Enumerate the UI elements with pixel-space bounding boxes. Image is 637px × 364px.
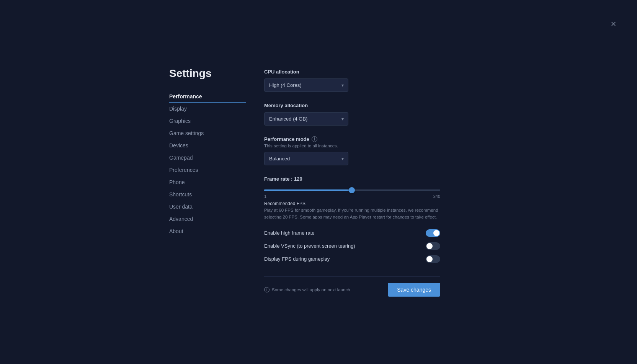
frame-rate-label: Frame rate : 120: [264, 176, 468, 182]
app-window: ✕ Settings Performance Display Graphics …: [0, 0, 637, 364]
fps-note-title: Recommended FPS: [264, 201, 468, 206]
toggle-label-display-fps: Display FPS during gameplay: [264, 256, 330, 262]
sidebar-item-phone[interactable]: Phone: [169, 176, 246, 188]
sidebar-item-advanced[interactable]: Advanced: [169, 213, 246, 225]
sidebar-item-display[interactable]: Display: [169, 103, 246, 115]
memory-allocation-select[interactable]: Low (1 GB) Medium (2 GB) Enhanced (4 GB)…: [264, 112, 348, 126]
footer-note: i Some changes will apply on next launch: [264, 287, 350, 292]
memory-allocation-section: Memory allocation Low (1 GB) Medium (2 G…: [264, 103, 468, 126]
sidebar-item-shortcuts[interactable]: Shortcuts: [169, 188, 246, 201]
performance-mode-select[interactable]: Power saving Balanced High performance: [264, 152, 348, 165]
main-content: CPU allocation Low (1 Core) Medium (2 Co…: [246, 67, 468, 297]
save-changes-button[interactable]: Save changes: [388, 283, 440, 297]
performance-mode-section: Performance mode i This setting is appli…: [264, 136, 468, 165]
slider-minmax: 1 240: [264, 194, 440, 199]
toggle-display-fps[interactable]: [426, 255, 440, 263]
cpu-allocation-section: CPU allocation Low (1 Core) Medium (2 Co…: [264, 69, 468, 92]
sidebar: Settings Performance Display Graphics Ga…: [169, 67, 246, 297]
toggle-track-vsync: [426, 242, 440, 250]
footer-info-icon: i: [264, 287, 270, 292]
cpu-allocation-label: CPU allocation: [264, 69, 468, 75]
close-button[interactable]: ✕: [611, 21, 616, 28]
toggle-vsync[interactable]: [426, 242, 440, 250]
sidebar-item-user-data[interactable]: User data: [169, 201, 246, 213]
toggle-label-high-frame-rate: Enable high frame rate: [264, 230, 315, 236]
toggle-row-display-fps: Display FPS during gameplay: [264, 253, 440, 266]
memory-allocation-dropdown[interactable]: Low (1 GB) Medium (2 GB) Enhanced (4 GB)…: [264, 112, 348, 126]
toggle-label-vsync: Enable VSync (to prevent screen tearing): [264, 243, 355, 249]
slider-min: 1: [264, 194, 266, 199]
perf-mode-info-icon[interactable]: i: [312, 136, 317, 142]
toggle-knob-display-fps: [426, 256, 433, 262]
toggle-track-display-fps: [426, 255, 440, 263]
slider-max: 240: [433, 194, 440, 199]
footer: i Some changes will apply on next launch…: [264, 276, 440, 297]
sidebar-item-game-settings[interactable]: Game settings: [169, 127, 246, 139]
sidebar-item-devices[interactable]: Devices: [169, 139, 246, 152]
toggle-row-vsync: Enable VSync (to prevent screen tearing): [264, 240, 440, 253]
cpu-allocation-select[interactable]: Low (1 Core) Medium (2 Cores) High (4 Co…: [264, 78, 348, 92]
sidebar-item-gamepad[interactable]: Gamepad: [169, 152, 246, 164]
sidebar-nav: Performance Display Graphics Game settin…: [169, 90, 246, 237]
frame-rate-section: Frame rate : 120 1 240 Recommended FPS P…: [264, 176, 468, 266]
toggle-knob-vsync: [426, 243, 433, 249]
memory-allocation-label: Memory allocation: [264, 103, 468, 108]
perf-mode-label: Performance mode: [264, 136, 309, 142]
fps-note: Recommended FPS Play at 60 FPS for smoot…: [264, 201, 468, 220]
fps-note-body: Play at 60 FPS for smooth gameplay. If y…: [264, 207, 440, 220]
sidebar-item-performance[interactable]: Performance: [169, 90, 246, 103]
toggle-knob-high-frame-rate: [433, 230, 439, 236]
sidebar-item-graphics[interactable]: Graphics: [169, 115, 246, 127]
footer-note-text: Some changes will apply on next launch: [272, 287, 350, 292]
perf-mode-sublabel: This setting is applied to all instances…: [264, 144, 468, 148]
cpu-allocation-dropdown[interactable]: Low (1 Core) Medium (2 Cores) High (4 Co…: [264, 78, 348, 92]
toggle-track-high-frame-rate: [426, 229, 440, 237]
frame-rate-slider[interactable]: [264, 189, 440, 191]
frame-rate-slider-container: [264, 186, 440, 193]
page-title: Settings: [169, 67, 246, 80]
settings-container: Settings Performance Display Graphics Ga…: [169, 67, 468, 297]
performance-mode-dropdown[interactable]: Power saving Balanced High performance: [264, 152, 348, 165]
perf-mode-label-row: Performance mode i: [264, 136, 468, 142]
toggle-row-high-frame-rate: Enable high frame rate: [264, 227, 440, 240]
sidebar-item-about[interactable]: About: [169, 225, 246, 237]
sidebar-item-preferences[interactable]: Preferences: [169, 164, 246, 176]
toggle-high-frame-rate[interactable]: [426, 229, 440, 237]
